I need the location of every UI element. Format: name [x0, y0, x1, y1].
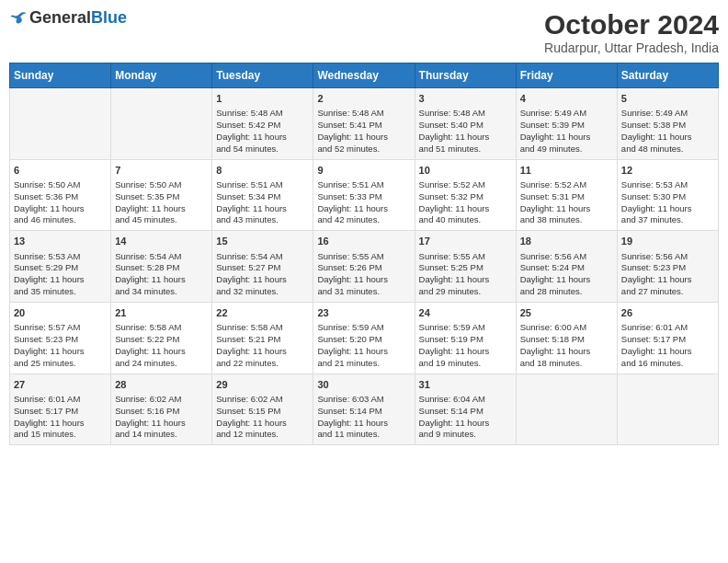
day-info: Sunrise: 5:50 AM Sunset: 5:36 PM Dayligh… [14, 179, 107, 226]
day-number: 13 [14, 235, 107, 248]
calendar-week-row: 6Sunrise: 5:50 AM Sunset: 5:36 PM Daylig… [10, 159, 719, 231]
day-number: 22 [216, 306, 309, 320]
calendar-cell: 31Sunrise: 6:04 AM Sunset: 5:14 PM Dayli… [415, 373, 516, 445]
calendar-week-row: 27Sunrise: 6:01 AM Sunset: 5:17 PM Dayli… [10, 373, 719, 445]
calendar-cell [10, 88, 111, 160]
calendar-cell: 20Sunrise: 5:57 AM Sunset: 5:23 PM Dayli… [10, 302, 111, 373]
logo-blue: Blue [91, 8, 127, 27]
page-header: GeneralBlue October 2024 Rudarpur, Uttar… [9, 9, 719, 55]
page-title: October 2024 [544, 9, 719, 40]
day-number: 3 [419, 92, 512, 106]
day-info: Sunrise: 6:03 AM Sunset: 5:14 PM Dayligh… [317, 394, 410, 441]
calendar-cell: 26Sunrise: 6:01 AM Sunset: 5:17 PM Dayli… [617, 302, 718, 373]
logo: GeneralBlue [9, 9, 127, 27]
day-info: Sunrise: 6:02 AM Sunset: 5:15 PM Dayligh… [216, 394, 309, 441]
calendar-week-row: 13Sunrise: 5:53 AM Sunset: 5:29 PM Dayli… [10, 231, 719, 303]
day-number: 16 [317, 235, 410, 248]
day-info: Sunrise: 6:01 AM Sunset: 5:17 PM Dayligh… [14, 394, 107, 441]
day-info: Sunrise: 5:51 AM Sunset: 5:34 PM Dayligh… [216, 179, 309, 226]
day-info: Sunrise: 5:48 AM Sunset: 5:42 PM Dayligh… [216, 108, 309, 155]
day-info: Sunrise: 5:52 AM Sunset: 5:32 PM Dayligh… [419, 179, 512, 226]
day-info: Sunrise: 5:56 AM Sunset: 5:23 PM Dayligh… [621, 251, 714, 298]
calendar-header-row: SundayMondayTuesdayWednesdayThursdayFrid… [10, 63, 719, 88]
calendar-cell: 19Sunrise: 5:56 AM Sunset: 5:23 PM Dayli… [617, 231, 718, 303]
calendar-cell: 4Sunrise: 5:49 AM Sunset: 5:39 PM Daylig… [516, 88, 617, 160]
calendar-cell: 23Sunrise: 5:59 AM Sunset: 5:20 PM Dayli… [313, 302, 415, 373]
day-info: Sunrise: 6:01 AM Sunset: 5:17 PM Dayligh… [621, 322, 714, 369]
day-info: Sunrise: 6:00 AM Sunset: 5:18 PM Dayligh… [520, 322, 613, 369]
day-info: Sunrise: 5:50 AM Sunset: 5:35 PM Dayligh… [115, 179, 208, 226]
day-header-monday: Monday [111, 63, 212, 88]
day-number: 28 [115, 378, 208, 392]
calendar-cell: 14Sunrise: 5:54 AM Sunset: 5:28 PM Dayli… [111, 231, 212, 303]
day-info: Sunrise: 5:56 AM Sunset: 5:24 PM Dayligh… [520, 251, 613, 298]
day-number: 23 [317, 306, 410, 320]
calendar-cell: 12Sunrise: 5:53 AM Sunset: 5:30 PM Dayli… [617, 159, 718, 231]
day-number: 17 [419, 235, 512, 248]
calendar-cell: 29Sunrise: 6:02 AM Sunset: 5:15 PM Dayli… [212, 373, 313, 445]
day-number: 1 [216, 92, 309, 106]
logo-icon [9, 10, 28, 27]
calendar-week-row: 1Sunrise: 5:48 AM Sunset: 5:42 PM Daylig… [10, 88, 719, 160]
calendar-cell: 3Sunrise: 5:48 AM Sunset: 5:40 PM Daylig… [415, 88, 516, 160]
calendar-cell: 13Sunrise: 5:53 AM Sunset: 5:29 PM Dayli… [10, 231, 111, 303]
day-info: Sunrise: 5:54 AM Sunset: 5:28 PM Dayligh… [115, 251, 208, 298]
day-info: Sunrise: 6:04 AM Sunset: 5:14 PM Dayligh… [419, 394, 512, 441]
calendar-cell: 24Sunrise: 5:59 AM Sunset: 5:19 PM Dayli… [415, 302, 516, 373]
day-header-thursday: Thursday [415, 63, 516, 88]
calendar-cell: 17Sunrise: 5:55 AM Sunset: 5:25 PM Dayli… [415, 231, 516, 303]
calendar-cell: 22Sunrise: 5:58 AM Sunset: 5:21 PM Dayli… [212, 302, 313, 373]
calendar-cell: 2Sunrise: 5:48 AM Sunset: 5:41 PM Daylig… [313, 88, 415, 160]
day-number: 27 [14, 378, 107, 392]
calendar-cell: 30Sunrise: 6:03 AM Sunset: 5:14 PM Dayli… [313, 373, 415, 445]
day-number: 24 [419, 306, 512, 320]
calendar-cell: 18Sunrise: 5:56 AM Sunset: 5:24 PM Dayli… [516, 231, 617, 303]
calendar-cell: 1Sunrise: 5:48 AM Sunset: 5:42 PM Daylig… [212, 88, 313, 160]
day-info: Sunrise: 5:54 AM Sunset: 5:27 PM Dayligh… [216, 251, 309, 298]
day-info: Sunrise: 5:49 AM Sunset: 5:39 PM Dayligh… [520, 108, 613, 155]
title-block: October 2024 Rudarpur, Uttar Pradesh, In… [544, 9, 719, 55]
day-number: 18 [520, 235, 613, 248]
day-number: 10 [419, 164, 512, 178]
calendar-cell: 6Sunrise: 5:50 AM Sunset: 5:36 PM Daylig… [10, 159, 111, 231]
day-info: Sunrise: 5:55 AM Sunset: 5:25 PM Dayligh… [419, 251, 512, 298]
day-number: 30 [317, 378, 410, 392]
day-info: Sunrise: 5:53 AM Sunset: 5:30 PM Dayligh… [621, 179, 714, 226]
calendar-cell: 21Sunrise: 5:58 AM Sunset: 5:22 PM Dayli… [111, 302, 212, 373]
day-number: 12 [621, 164, 714, 178]
day-header-saturday: Saturday [617, 63, 718, 88]
day-number: 9 [317, 164, 410, 178]
day-number: 26 [621, 306, 714, 320]
day-number: 15 [216, 235, 309, 248]
day-number: 20 [14, 306, 107, 320]
day-info: Sunrise: 5:52 AM Sunset: 5:31 PM Dayligh… [520, 179, 613, 226]
calendar-cell: 25Sunrise: 6:00 AM Sunset: 5:18 PM Dayli… [516, 302, 617, 373]
calendar-table: SundayMondayTuesdayWednesdayThursdayFrid… [9, 63, 719, 445]
day-header-tuesday: Tuesday [212, 63, 313, 88]
day-info: Sunrise: 5:51 AM Sunset: 5:33 PM Dayligh… [317, 179, 410, 226]
day-info: Sunrise: 5:53 AM Sunset: 5:29 PM Dayligh… [14, 251, 107, 298]
day-info: Sunrise: 5:49 AM Sunset: 5:38 PM Dayligh… [621, 108, 714, 155]
day-number: 6 [14, 164, 107, 178]
day-header-friday: Friday [516, 63, 617, 88]
day-number: 5 [621, 92, 714, 106]
day-number: 2 [317, 92, 410, 106]
calendar-cell: 8Sunrise: 5:51 AM Sunset: 5:34 PM Daylig… [212, 159, 313, 231]
day-number: 21 [115, 306, 208, 320]
calendar-week-row: 20Sunrise: 5:57 AM Sunset: 5:23 PM Dayli… [10, 302, 719, 373]
day-header-wednesday: Wednesday [313, 63, 415, 88]
day-info: Sunrise: 5:48 AM Sunset: 5:40 PM Dayligh… [419, 108, 512, 155]
day-info: Sunrise: 5:57 AM Sunset: 5:23 PM Dayligh… [14, 322, 107, 369]
day-info: Sunrise: 5:59 AM Sunset: 5:19 PM Dayligh… [419, 322, 512, 369]
day-info: Sunrise: 5:58 AM Sunset: 5:22 PM Dayligh… [115, 322, 208, 369]
day-info: Sunrise: 5:55 AM Sunset: 5:26 PM Dayligh… [317, 251, 410, 298]
calendar-cell: 7Sunrise: 5:50 AM Sunset: 5:35 PM Daylig… [111, 159, 212, 231]
logo-general: General [29, 8, 91, 27]
day-number: 8 [216, 164, 309, 178]
page-subtitle: Rudarpur, Uttar Pradesh, India [544, 40, 719, 55]
calendar-cell [516, 373, 617, 445]
day-info: Sunrise: 5:58 AM Sunset: 5:21 PM Dayligh… [216, 322, 309, 369]
calendar-cell: 28Sunrise: 6:02 AM Sunset: 5:16 PM Dayli… [111, 373, 212, 445]
day-number: 25 [520, 306, 613, 320]
day-header-sunday: Sunday [10, 63, 111, 88]
